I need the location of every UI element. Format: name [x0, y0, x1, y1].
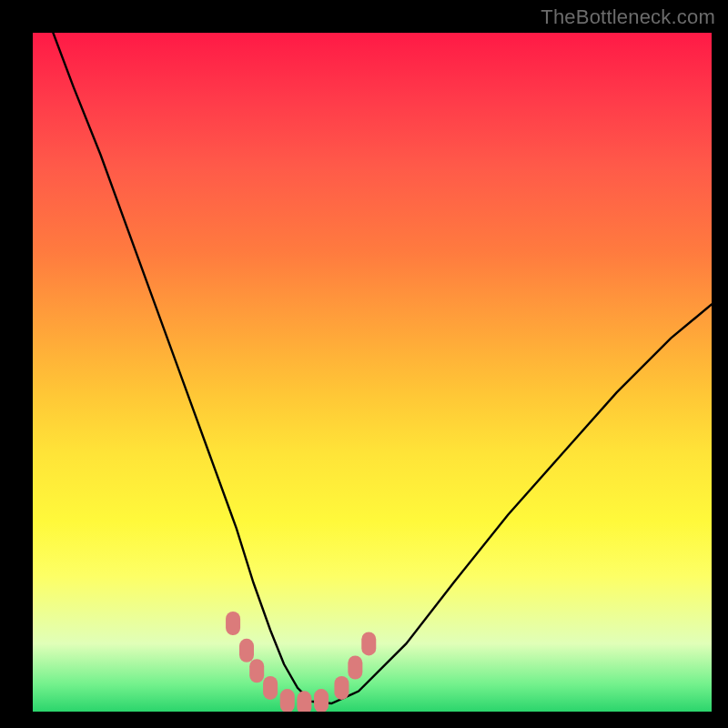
highlight-dot: [280, 689, 295, 712]
watermark-text: TheBottleneck.com: [541, 5, 715, 29]
highlight-dot: [263, 676, 278, 700]
chart-frame: TheBottleneck.com: [0, 0, 728, 728]
highlight-dot: [226, 612, 240, 635]
highlight-dot: [334, 676, 349, 700]
plot-area: [33, 33, 712, 712]
highlight-dot: [239, 639, 254, 662]
highlight-dot: [314, 689, 329, 712]
highlight-dot: [348, 656, 362, 680]
highlight-dot: [297, 691, 311, 712]
bottleneck-curve: [53, 33, 712, 703]
highlight-dot: [361, 632, 376, 655]
highlight-dots-group: [226, 612, 376, 712]
chart-svg: [33, 33, 712, 712]
highlight-dot: [249, 659, 264, 682]
